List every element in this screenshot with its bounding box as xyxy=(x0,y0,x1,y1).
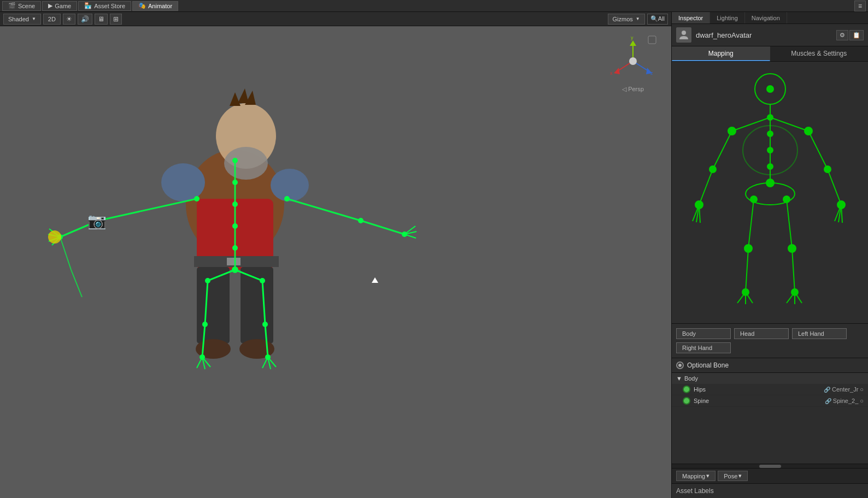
svg-marker-62 xyxy=(630,40,636,46)
header-buttons: ⚙ 📋 xyxy=(836,30,864,40)
svg-rect-10 xyxy=(227,258,241,265)
circle-icon-2: ○ xyxy=(860,398,864,404)
tab-game[interactable]: ▶ Game xyxy=(42,1,77,11)
svg-line-77 xyxy=(770,117,808,131)
optional-bone-label: Optional Bone xyxy=(687,361,729,369)
svg-line-24 xyxy=(287,199,361,221)
tab-scene[interactable]: 🎬 Scene xyxy=(2,1,41,11)
right-hand-button[interactable]: Right Hand xyxy=(676,342,731,353)
svg-line-118 xyxy=(795,292,802,303)
layout-settings-button[interactable]: ≡ xyxy=(854,1,866,11)
svg-line-113 xyxy=(737,292,746,303)
tab-mapping[interactable]: Mapping xyxy=(672,46,770,61)
tab-animator[interactable]: 🎭 Animator xyxy=(132,1,178,11)
svg-point-71 xyxy=(682,31,686,35)
body-button[interactable]: Body xyxy=(676,328,731,339)
mapping-button[interactable]: Mapping ▾ xyxy=(676,471,715,481)
viewport[interactable]: Shaded 2D ☀ 🔊 🖥 ⊞ Gizmos 🔍 xyxy=(0,12,671,498)
circle-icon: ○ xyxy=(860,386,864,393)
svg-point-5 xyxy=(224,147,268,180)
layers-button[interactable]: ⊞ xyxy=(110,14,122,25)
tab-asset-store[interactable]: 🏪 Asset Store xyxy=(78,1,131,11)
svg-point-98 xyxy=(767,147,773,153)
svg-point-7 xyxy=(271,169,309,201)
sun-icon: ☀ xyxy=(66,15,72,23)
svg-line-81 xyxy=(808,131,828,169)
character-svg xyxy=(44,40,426,455)
svg-line-46 xyxy=(197,357,202,368)
svg-line-80 xyxy=(713,131,732,169)
svg-line-109 xyxy=(746,248,748,292)
inspector-header: dwarf_heroAvatar ⚙ 📋 xyxy=(672,24,868,46)
dropdown-arrow: ▾ xyxy=(706,472,709,479)
asset-store-icon: 🏪 xyxy=(84,2,92,9)
svg-line-110 xyxy=(792,248,795,292)
svg-point-51 xyxy=(260,278,265,283)
svg-point-36 xyxy=(232,223,238,229)
svg-point-70 xyxy=(629,57,637,65)
svg-point-94 xyxy=(695,201,703,209)
svg-point-27 xyxy=(358,218,363,223)
asset-labels-section: Asset Labels xyxy=(672,483,868,498)
head-button[interactable]: Head xyxy=(734,328,789,339)
2d-button[interactable]: 2D xyxy=(43,14,61,25)
character-viewport: 📷 xyxy=(0,26,671,498)
svg-point-59 xyxy=(48,230,61,244)
bone-section-body: ▼ Body xyxy=(672,373,868,384)
gizmos-dropdown[interactable]: Gizmos xyxy=(608,14,645,25)
search-field[interactable]: 🔍All xyxy=(647,14,668,25)
svg-point-33 xyxy=(232,158,238,163)
link-icon: 🔗 xyxy=(824,387,830,393)
sound-button[interactable]: 🔊 xyxy=(78,14,92,25)
avatar-svg xyxy=(677,28,690,42)
avatar-name: dwarf_heroAvatar xyxy=(696,31,832,39)
mouse-cursor xyxy=(372,277,378,283)
mapping-tabs: Mapping Muscles & Settings xyxy=(672,46,868,62)
svg-point-95 xyxy=(837,201,845,209)
svg-line-57 xyxy=(60,237,71,270)
body-diagram-svg xyxy=(683,68,858,317)
dropdown-arrow-2: ▾ xyxy=(738,472,742,479)
svg-rect-60 xyxy=(648,36,656,44)
avatar-settings-button[interactable]: ⚙ xyxy=(836,30,848,40)
bone-row-hips[interactable]: Hips 🔗 Center_Jr ○ xyxy=(672,384,868,395)
display-icon: 🖥 xyxy=(98,15,104,23)
gizmo-svg: y x z xyxy=(606,34,660,88)
tab-inspector[interactable]: Inspector xyxy=(672,12,710,23)
tab-muscles[interactable]: Muscles & Settings xyxy=(770,46,869,61)
sound-icon: 🔊 xyxy=(81,15,89,23)
svg-line-85 xyxy=(828,169,841,205)
svg-point-52 xyxy=(262,322,268,327)
svg-point-26 xyxy=(284,196,290,201)
tab-navigation[interactable]: Navigation xyxy=(745,12,787,23)
tab-lighting[interactable]: Lighting xyxy=(710,12,745,23)
right-panel: Inspector Lighting Navigation dwarf_hero… xyxy=(671,12,868,498)
svg-point-17 xyxy=(194,196,200,201)
display-button[interactable]: 🖥 xyxy=(95,14,108,25)
body-diagram xyxy=(672,62,868,324)
horizontal-scrollbar-thumb[interactable] xyxy=(759,465,781,468)
pose-button[interactable]: Pose ▾ xyxy=(718,471,748,481)
bone-row-spine[interactable]: Spine 🔗 Spine_2_ ○ xyxy=(672,395,868,407)
svg-line-76 xyxy=(732,117,770,131)
avatar-icon xyxy=(676,27,691,43)
svg-marker-65 xyxy=(614,68,620,74)
animator-icon: 🎭 xyxy=(138,2,146,9)
optional-bone-radio[interactable] xyxy=(676,361,684,369)
viewport-gizmo: y x z ◁ Persp xyxy=(606,34,660,88)
bone-list: ▼ Body Hips 🔗 Center_Jr ○ Spine 🔗 Spine_… xyxy=(672,373,868,464)
shading-dropdown[interactable]: Shaded xyxy=(3,14,41,25)
hips-value: 🔗 Center_Jr ○ xyxy=(824,386,864,393)
spine-value: 🔗 Spine_2_ ○ xyxy=(825,398,864,404)
sun-button[interactable]: ☀ xyxy=(63,14,75,25)
spine-dot xyxy=(683,397,690,405)
body-part-buttons: Body Head Left Hand Right Hand xyxy=(672,324,868,358)
viewport-toolbar: Shaded 2D ☀ 🔊 🖥 ⊞ Gizmos 🔍 xyxy=(0,12,671,26)
layers-icon: ⊞ xyxy=(113,15,119,23)
svg-point-97 xyxy=(767,131,773,137)
hips-dot xyxy=(683,386,690,393)
left-hand-button[interactable]: Left Hand xyxy=(792,328,847,339)
avatar-copy-button[interactable]: 📋 xyxy=(849,30,864,40)
section-collapse-icon: ▼ xyxy=(676,375,682,382)
game-icon: ▶ xyxy=(48,2,52,9)
